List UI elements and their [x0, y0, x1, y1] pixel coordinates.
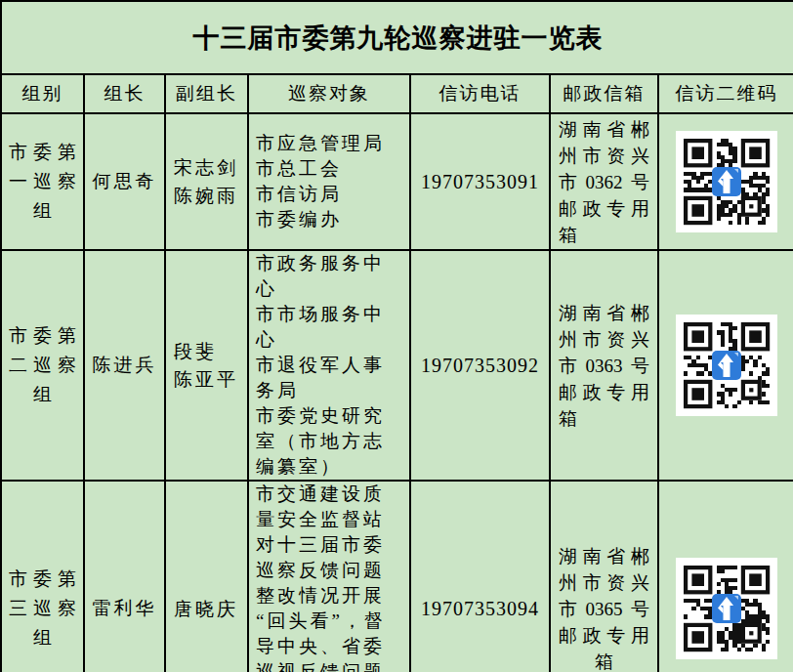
- group-cell: 市委第二巡察组: [1, 250, 84, 481]
- header-row: 组别 组长 副组长 巡察对象 信访电话 邮政信箱 信访二维码: [1, 74, 793, 113]
- inspection-table: 十三届市委第九轮巡察进驻一览表 组别 组长 副组长 巡察对象 信访电话 邮政信箱…: [0, 0, 793, 672]
- target-item: 市委党史研究室（市地方志编纂室）: [256, 403, 404, 480]
- deputy-leader-cell: 宋志剑 陈婉雨: [165, 113, 248, 250]
- deputy-name: 陈婉雨: [174, 182, 243, 210]
- target-item: 对十三届市委巡察反馈问题整改情况开展“回头看”，督导中央、省委巡视反馈问题的同类…: [256, 532, 404, 672]
- target-item: 市信访局: [256, 182, 404, 207]
- target-item: 市市场服务中心: [256, 302, 404, 353]
- target-item: 市总工会: [256, 156, 404, 182]
- mailbox-cell: 湖南省郴州市资兴市0363号邮政专用箱: [550, 250, 658, 481]
- qr-cell: [658, 481, 793, 672]
- phone-cell: 19707353092: [410, 250, 550, 481]
- deputy-name: 段斐: [174, 337, 243, 365]
- header-group: 组别: [1, 74, 84, 113]
- qr-cell: [658, 113, 793, 250]
- header-deputy: 副组长: [165, 74, 248, 113]
- targets-cell: 市交通建设质量安全监督站 对十三届市委巡察反馈问题整改情况开展“回头看”，督导中…: [248, 481, 410, 672]
- targets-cell: 市应急管理局 市总工会 市信访局 市委编办: [248, 113, 410, 250]
- table-row: 市委第一巡察组 何思奇 宋志剑 陈婉雨 市应急管理局 市总工会 市信访局 市委编…: [1, 113, 793, 250]
- deputy-name: 宋志剑: [174, 153, 243, 182]
- leader-cell: 何思奇: [84, 113, 165, 250]
- petition-qr-code: [676, 315, 777, 416]
- mailbox-cell: 湖南省郴州市资兴市0362号邮政专用箱: [550, 113, 658, 250]
- mailbox-cell: 湖南省郴州市资兴市0365号邮政专用箱: [550, 481, 658, 672]
- header-targets: 巡察对象: [248, 74, 410, 113]
- header-leader: 组长: [84, 74, 165, 113]
- leader-cell: 陈进兵: [84, 250, 165, 481]
- leader-cell: 雷利华: [84, 481, 165, 672]
- page-title: 十三届市委第九轮巡察进驻一览表: [1, 1, 793, 74]
- header-phone: 信访电话: [410, 74, 550, 113]
- target-item: 市交通建设质量安全监督站: [256, 482, 404, 532]
- group-cell: 市委第一巡察组: [1, 113, 84, 250]
- table-row: 市委第二巡察组 陈进兵 段斐 陈亚平 市政务服务中心 市市场服务中心 市退役军人…: [1, 250, 793, 481]
- qr-cell: [658, 250, 793, 481]
- inspection-roster-page: 十三届市委第九轮巡察进驻一览表 组别 组长 副组长 巡察对象 信访电话 邮政信箱…: [0, 0, 793, 672]
- petition-qr-code: [676, 558, 777, 659]
- deputy-leader-cell: 段斐 陈亚平: [165, 250, 248, 481]
- phone-cell: 19707353091: [410, 113, 550, 250]
- target-item: 市委编办: [256, 207, 404, 232]
- group-cell: 市委第三巡察组: [1, 481, 84, 672]
- deputy-name: 唐晓庆: [174, 595, 243, 623]
- target-item: 市应急管理局: [256, 131, 404, 156]
- header-mailbox: 邮政信箱: [550, 74, 658, 113]
- phone-cell: 19707353094: [410, 481, 550, 672]
- title-row: 十三届市委第九轮巡察进驻一览表: [1, 1, 793, 74]
- petition-qr-code: [676, 131, 777, 232]
- header-qrcode: 信访二维码: [658, 74, 793, 113]
- targets-cell: 市政务服务中心 市市场服务中心 市退役军人事务局 市委党史研究室（市地方志编纂室…: [248, 250, 410, 481]
- deputy-leader-cell: 唐晓庆: [165, 481, 248, 672]
- table-row: 市委第三巡察组 雷利华 唐晓庆 市交通建设质量安全监督站 对十三届市委巡察反馈问…: [1, 481, 793, 672]
- target-item: 市政务服务中心: [256, 251, 404, 302]
- deputy-name: 陈亚平: [174, 365, 243, 394]
- target-item: 市退役军人事务局: [256, 353, 404, 403]
